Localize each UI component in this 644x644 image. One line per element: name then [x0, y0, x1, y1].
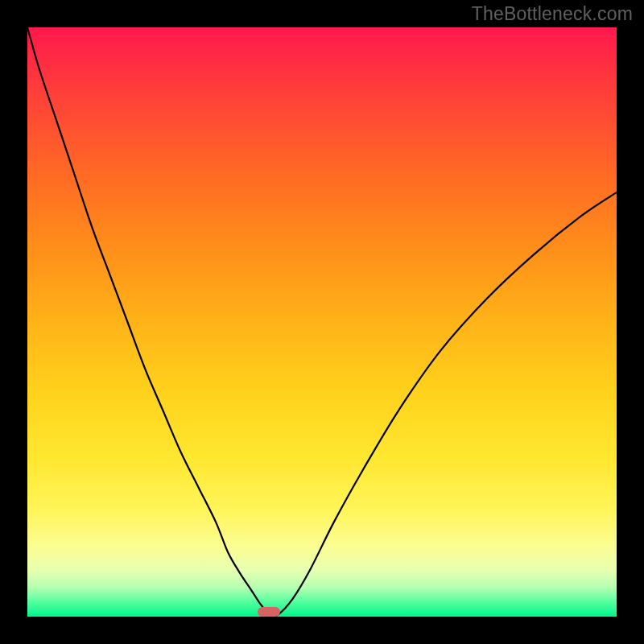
watermark-label: TheBottleneck.com [472, 3, 633, 25]
chart-frame: TheBottleneck.com [0, 0, 644, 644]
plot-area [27, 27, 617, 617]
minimum-marker [258, 607, 280, 617]
bottleneck-curve [27, 27, 617, 617]
curve-path [27, 27, 617, 616]
